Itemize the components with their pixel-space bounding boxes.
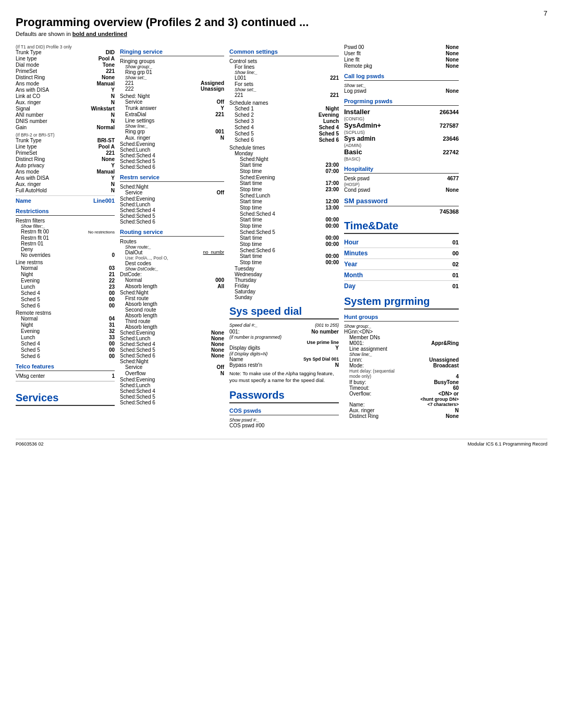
installer-value: 266344 — [439, 109, 459, 115]
system-prgrming-header: System prgrming — [344, 295, 459, 310]
remote-evening-value: 32 — [109, 328, 115, 334]
sched-none5-label: Sched:Sched 6 — [120, 353, 155, 359]
start-time6-value: 00:00 — [325, 253, 339, 259]
friday-label: Friday — [229, 283, 339, 289]
restrn-filters-label: Restrn filters — [16, 218, 115, 224]
stop-time6-label: Stop time — [240, 260, 262, 265]
stop-time4-value: 00:00 — [325, 223, 339, 229]
sched-none4-value: None — [211, 347, 224, 353]
restrictions-header: Restrictions — [16, 208, 115, 216]
stop-time6-value: 00:00 — [325, 260, 339, 265]
name-label: Name — [16, 198, 31, 204]
call-log-pswds-header: Call log pswds — [344, 73, 459, 81]
sched-none2-value: None — [211, 336, 224, 341]
aux-ringer2-label: Aux. ringer — [16, 181, 41, 187]
routes-label: Routes — [120, 239, 224, 244]
sm-password-header: SM password — [344, 197, 459, 206]
trunk-answer-label: Trunk answer — [125, 105, 156, 111]
use-prime-line: Use prime line — [229, 340, 339, 345]
remote-normal-label: Normal — [21, 316, 38, 322]
wednesday-label: Wednesday — [229, 272, 339, 277]
trunk-type-value: DID — [106, 50, 115, 55]
line-type2-value: Pool A — [99, 144, 115, 150]
sm-password-value: 745368 — [344, 208, 459, 215]
sched2-value: Evening — [319, 112, 339, 118]
sched5-value: 00 — [109, 297, 115, 302]
restrn-sched5: Sched:Sched 5 — [120, 213, 224, 219]
footer: P0603536 02 Modular ICS 6.1 Programming … — [16, 439, 547, 447]
lnnn-value: Unassigned — [429, 357, 459, 363]
speed-dial-label: Speed dial #:_ — [229, 323, 258, 328]
remote-restrns-label: Remote restrns — [16, 310, 115, 316]
overflow-value: <DN> or — [438, 391, 459, 397]
restrn-flt00-value: No restrictions — [88, 230, 115, 235]
sched3-label: Sched 3 — [235, 118, 254, 124]
dstcode-normal-label: Normal — [125, 277, 142, 283]
telco-features-header: Telco features — [16, 363, 115, 371]
full-autohold-value: N — [111, 188, 115, 193]
set221-value: 221 — [330, 92, 339, 98]
sched-sched5: Sched:Sched 5 — [120, 158, 224, 164]
if-busy-label: If busy: — [349, 379, 366, 385]
remote-lunch-value: 33 — [109, 335, 115, 340]
member-dns-label: Member DNs — [344, 335, 459, 340]
trunk-type2-value: BRI-ST — [97, 138, 115, 143]
sched-sched6: Sched:Sched 6 — [120, 164, 224, 170]
ani-value: N — [111, 112, 115, 118]
restrn-sched4: Sched:Sched 4 — [120, 207, 224, 213]
sched-sched5: Sched:Sched 5 — [229, 229, 339, 235]
second-route-label: Second route — [120, 307, 224, 313]
log-pswd-label: Log pswd — [344, 88, 366, 94]
hunt-distinct-ring-value: None — [446, 413, 459, 419]
dstcode-normal-value: 000 — [215, 277, 224, 283]
no-overrides-value: 0 — [112, 252, 115, 258]
remote-sched4-value: 00 — [109, 341, 115, 347]
log-pswd-value: None — [446, 88, 459, 94]
start-time1-label: Start time — [240, 162, 262, 168]
bri-note: (If BRI-2 or BRI-ST) — [16, 132, 115, 138]
normal-label: Normal — [21, 265, 38, 271]
column-2: Ringing service Ringing groups Show grou… — [120, 44, 229, 428]
progrming-pswds-header: Progrming pswds — [344, 98, 459, 106]
admin-label: (ADMIN) — [344, 143, 459, 148]
basic2-label: (BASIC) — [344, 156, 459, 162]
restrn-sched-evening: Sched:Evening — [120, 196, 224, 202]
restrn-sched-lunch: Sched:Lunch — [120, 202, 224, 207]
line-restrns-label: Line restrns — [16, 260, 115, 265]
sched3-value: Lunch — [323, 118, 339, 124]
dial-mode-value: Tone — [103, 62, 115, 68]
sched-sched42: Sched:Sched 4 — [120, 388, 224, 394]
routing-service-header: Routing service — [120, 229, 224, 237]
minutes-label: Minutes — [344, 250, 368, 257]
speed-dial-range: (001 to 255) — [315, 323, 339, 328]
extradial-value: 221 — [215, 112, 224, 117]
name-value: Line001 — [93, 198, 115, 204]
auto-privacy-value: Y — [111, 163, 115, 168]
stop-time5-label: Stop time — [240, 241, 262, 247]
stop-time3-value: 13:00 — [325, 205, 339, 211]
sys-speed-dial-header: Sys speed dial — [229, 305, 339, 319]
sched-none3-value: None — [211, 341, 224, 347]
schedule-times-label: Schedule times — [229, 145, 339, 151]
sched-evening2: Sched:Evening — [120, 377, 224, 382]
hosp-label: (HOSP) — [344, 182, 459, 187]
absorb-length4-label: Absorb length — [120, 324, 224, 330]
remote-evening-label: Evening — [21, 328, 40, 334]
restrn-flt00-label: Restrn flt 00 — [21, 229, 49, 235]
lunch-value: 23 — [109, 284, 115, 290]
link-co-value: N — [111, 93, 115, 99]
hunt-delay-label: Hunt delay: (sequential — [344, 368, 459, 374]
ring-222-value: Unassign — [201, 86, 224, 92]
sched4-label: Sched 4 — [235, 125, 254, 130]
vmsg-center-label: VMsg center — [16, 373, 45, 379]
hour-value: 01 — [452, 239, 459, 245]
user-flt-label: User flt — [344, 51, 361, 56]
vmsg-center-value: 1 — [112, 373, 115, 379]
stop-time4-label: Stop time — [240, 223, 262, 229]
basic-value: 22742 — [443, 149, 459, 155]
bypass-restr-value: N — [335, 362, 339, 368]
service-value: Off — [217, 99, 224, 105]
display-digits-label: Display digits — [229, 345, 260, 351]
absorb-length-label: Absorb length — [125, 283, 157, 289]
scplus-label: (SCPLUS) — [344, 130, 459, 135]
